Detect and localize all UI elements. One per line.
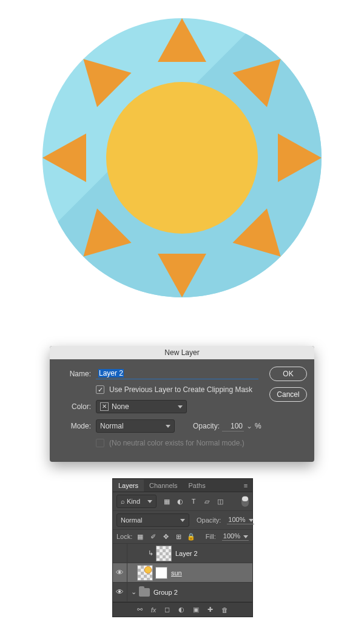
- filter-pixel-icon[interactable]: ▦: [163, 498, 171, 506]
- panel-tabs: Layers Channels Paths ≡: [113, 479, 252, 492]
- mode-value: Normal: [100, 422, 124, 430]
- panel-blend-mode-select[interactable]: Normal: [116, 513, 189, 527]
- kind-filter-select[interactable]: ⌕ Kind: [116, 495, 157, 508]
- sun-background-circle: [42, 18, 322, 297]
- layer-row[interactable]: 👁 sun: [113, 563, 252, 583]
- layer-row[interactable]: ↳ Layer 2: [113, 544, 252, 563]
- new-layer-dialog: New Layer OK Cancel Name: Layer 2 Use Pr…: [50, 346, 314, 462]
- color-value: None: [112, 402, 129, 411]
- filter-icons: ▦ ◐ T ▱ ◫: [163, 498, 224, 506]
- clipping-mask-checkbox[interactable]: [96, 385, 104, 394]
- lock-label: Lock:: [116, 533, 132, 540]
- opacity-label: Opacity:: [193, 422, 220, 430]
- color-label: Color:: [57, 402, 91, 411]
- panel-opacity-value: 100%: [228, 516, 245, 523]
- layer-name-input[interactable]: Layer 2: [96, 368, 258, 379]
- opacity-input[interactable]: 100: [222, 421, 244, 432]
- lock-pixels-icon[interactable]: ✐: [149, 533, 157, 541]
- layer-style-icon[interactable]: fx: [151, 606, 157, 614]
- sun-core: [106, 82, 258, 234]
- dialog-title: New Layer: [50, 346, 314, 359]
- sun-ray: [66, 42, 131, 107]
- lock-artboard-icon[interactable]: ⊞: [174, 533, 183, 541]
- tab-layers[interactable]: Layers: [113, 479, 144, 492]
- group-disclosure-icon[interactable]: ⌄: [131, 588, 136, 596]
- layer-name[interactable]: Group 2: [153, 589, 178, 596]
- chevron-down-icon[interactable]: ⌄: [246, 422, 252, 430]
- new-layer-icon[interactable]: ✚: [207, 606, 213, 614]
- mode-label: Mode:: [57, 422, 91, 430]
- lock-all-icon[interactable]: 🔒: [187, 533, 195, 541]
- clipping-mask-label: Use Previous Layer to Create Clipping Ma…: [109, 385, 252, 394]
- filter-row: ⌕ Kind ▦ ◐ T ▱ ◫: [113, 492, 252, 511]
- layer-name[interactable]: Layer 2: [175, 550, 198, 557]
- fill-input[interactable]: 100%: [222, 532, 249, 541]
- layer-thumbnail[interactable]: [156, 546, 172, 561]
- kind-filter-value: Kind: [127, 498, 140, 505]
- filter-toggle[interactable]: [241, 496, 249, 507]
- folder-icon: [139, 588, 150, 597]
- lock-transparency-icon[interactable]: ▦: [136, 533, 144, 541]
- layer-name-value: Layer 2: [98, 369, 124, 377]
- new-group-icon[interactable]: ▣: [193, 606, 199, 614]
- link-layers-icon[interactable]: ⚯: [137, 606, 143, 614]
- layer-list: ↳ Layer 2 👁 sun 👁 ⌄ Group 2: [113, 544, 252, 602]
- panel-menu-icon[interactable]: ≡: [239, 482, 252, 489]
- filter-smart-icon[interactable]: ◫: [216, 498, 224, 506]
- color-select[interactable]: ✕ None: [96, 400, 187, 413]
- panel-opacity-label: Opacity:: [197, 516, 221, 524]
- sun-illustration: [36, 6, 328, 346]
- lock-row: Lock: ▦ ✐ ✥ ⊞ 🔒 Fill: 100%: [113, 530, 252, 544]
- tab-channels[interactable]: Channels: [144, 479, 183, 492]
- neutral-fill-checkbox: [96, 439, 104, 447]
- blend-row: Normal Opacity: 100%: [113, 511, 252, 530]
- new-adjustment-icon[interactable]: ◐: [178, 606, 184, 614]
- filter-type-icon[interactable]: T: [189, 498, 198, 505]
- layer-thumbnail[interactable]: [137, 565, 153, 581]
- clipping-indicator-icon: ↳: [148, 549, 153, 557]
- sun-ray: [42, 134, 86, 182]
- search-icon: ⌕: [121, 498, 125, 505]
- layer-name[interactable]: sun: [171, 569, 182, 577]
- panel-blend-mode-value: Normal: [121, 516, 142, 524]
- filter-adjust-icon[interactable]: ◐: [176, 498, 184, 506]
- fill-label: Fill:: [206, 533, 216, 540]
- ok-button[interactable]: OK: [269, 367, 307, 381]
- delete-layer-icon[interactable]: 🗑: [221, 606, 228, 614]
- none-swatch-icon: ✕: [100, 402, 109, 411]
- blend-mode-select[interactable]: Normal: [96, 419, 175, 433]
- name-label: Name:: [57, 370, 91, 378]
- layer-mask-thumbnail[interactable]: [155, 567, 167, 579]
- panel-opacity-input[interactable]: 100%: [227, 516, 254, 524]
- panel-footer: ⚯ fx ◻ ◐ ▣ ✚ 🗑: [113, 602, 252, 617]
- lock-position-icon[interactable]: ✥: [161, 533, 170, 541]
- neutral-note: (No neutral color exists for Normal mode…: [109, 439, 244, 447]
- layer-row[interactable]: 👁 ⌄ Group 2: [113, 583, 252, 602]
- sun-thumb-icon: [145, 567, 151, 573]
- opacity-suffix: %: [255, 422, 261, 430]
- visibility-toggle[interactable]: 👁: [116, 587, 124, 597]
- visibility-toggle[interactable]: 👁: [116, 568, 124, 577]
- add-mask-icon[interactable]: ◻: [164, 606, 170, 614]
- layers-panel: Layers Channels Paths ≡ ⌕ Kind ▦ ◐ T ▱ ◫…: [112, 478, 253, 617]
- filter-shape-icon[interactable]: ▱: [203, 498, 211, 506]
- tab-paths[interactable]: Paths: [183, 479, 211, 492]
- sun-ray: [278, 134, 322, 182]
- cancel-button[interactable]: Cancel: [269, 387, 307, 402]
- sun-ray: [158, 18, 206, 62]
- sun-ray: [158, 254, 206, 297]
- fill-value: 100%: [223, 532, 240, 540]
